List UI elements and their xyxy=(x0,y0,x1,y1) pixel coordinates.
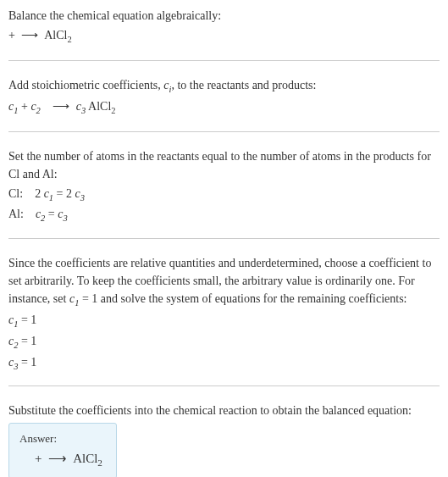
reaction-rhs: AlCl2 xyxy=(44,29,71,42)
section-stoichiometric: Add stoichiometric coefficients, ci, to … xyxy=(8,76,440,132)
initial-reaction: + ⟶ AlCl2 xyxy=(8,26,440,47)
c2-var: c2 xyxy=(8,335,18,347)
cl-2: 2 xyxy=(35,187,44,200)
stoich-text-1: Add stoichiometric coefficients, xyxy=(8,79,163,92)
compound-name: AlCl xyxy=(44,29,67,42)
cl-label: Cl: xyxy=(8,187,23,200)
section-solve: Since the coefficients are relative quan… xyxy=(8,254,440,386)
arrow-icon: ⟶ xyxy=(21,26,38,44)
answer-reaction: + ⟶ AlCl2 xyxy=(19,451,102,468)
solve-text-2: = 1 and solve the system of equations fo… xyxy=(79,292,407,305)
c3-var: c3 xyxy=(8,356,18,369)
al-c3-sub: 3 xyxy=(63,214,67,223)
c1-var: c1 xyxy=(8,100,18,113)
c2-var: c2 xyxy=(30,100,40,113)
c3-result: c3 = 1 xyxy=(8,353,440,374)
section-atoms-equal: Set the number of atoms in the reactants… xyxy=(8,147,440,239)
answer-box: Answer: + ⟶ AlCl2 xyxy=(8,423,117,477)
al-equation-row: Al: c2 = c3 xyxy=(8,205,440,226)
stoich-reaction: c1 + c2 ⟶ c3 AlCl2 xyxy=(8,97,440,118)
answer-sub: 2 xyxy=(97,458,102,468)
c1-val: = 1 xyxy=(18,313,36,326)
plus-sign: + xyxy=(21,100,30,113)
section-answer: Substitute the coefficients into the che… xyxy=(8,402,440,477)
answer-compound: AlCl xyxy=(73,452,97,465)
answer-lhs: + xyxy=(35,452,45,465)
compound-name: AlCl xyxy=(86,100,111,113)
cl-equation-row: Cl: 2 c1 = 2 c3 xyxy=(8,185,440,206)
al-eq: = xyxy=(45,208,58,220)
c3-val: = 1 xyxy=(18,356,36,369)
cl-c1: c1 xyxy=(44,187,53,200)
cl-c3: c3 xyxy=(75,187,85,200)
al-c3: c3 xyxy=(58,208,67,220)
al-c2: c2 xyxy=(36,208,45,220)
compound-sub: 2 xyxy=(67,35,71,44)
arrow-icon: ⟶ xyxy=(53,97,69,115)
c1-sub: 1 xyxy=(14,106,18,115)
c2-sub: 2 xyxy=(36,106,41,115)
atoms-heading: Set the number of atoms in the reactants… xyxy=(8,147,440,183)
c1-var: c1 xyxy=(8,313,18,326)
cl-c3-sub: 3 xyxy=(80,192,85,202)
stoich-heading: Add stoichiometric coefficients, ci, to … xyxy=(8,76,440,97)
al-label: Al: xyxy=(8,208,24,220)
c3-var: c3 xyxy=(76,100,86,113)
c1-result: c1 = 1 xyxy=(8,311,440,332)
stoich-text-2: , to the reactants and products: xyxy=(171,79,316,92)
cl-eq: = 2 xyxy=(53,187,75,200)
c2-result: c2 = 1 xyxy=(8,332,440,353)
solve-c1: c1 xyxy=(69,292,79,305)
substitute-heading: Substitute the coefficients into the che… xyxy=(8,402,440,419)
balance-heading-text: Balance the chemical equation algebraica… xyxy=(8,7,440,25)
solve-heading: Since the coefficients are relative quan… xyxy=(8,254,440,310)
answer-label: Answer: xyxy=(19,432,102,446)
arrow-icon: ⟶ xyxy=(48,451,67,466)
c2-val: = 1 xyxy=(18,335,36,347)
section-balance-heading: Balance the chemical equation algebraica… xyxy=(8,7,440,61)
compound-sub: 2 xyxy=(111,106,115,115)
reaction-lhs: + xyxy=(8,29,18,42)
